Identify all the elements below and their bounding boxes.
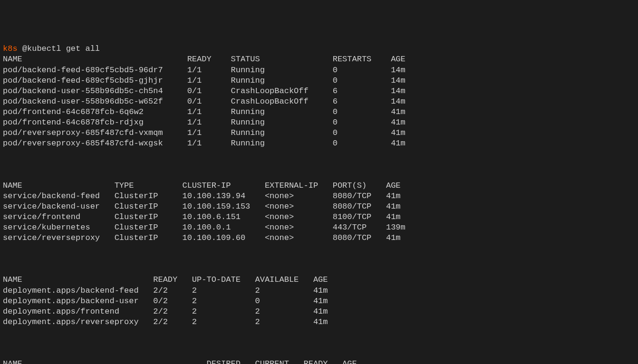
prompt-context: k8s [3, 44, 18, 53]
service-row: service/reverseproxy ClusterIP 10.100.10… [3, 233, 415, 242]
deployment-row: deployment.apps/backend-feed 2/2 2 2 41m [3, 286, 342, 295]
service-row: service/backend-user ClusterIP 10.100.15… [3, 202, 415, 211]
service-row: service/frontend ClusterIP 10.100.6.151 … [3, 212, 415, 221]
blank-line [3, 338, 635, 348]
table-header: NAME READY UP-TO-DATE AVAILABLE AGE [3, 275, 342, 284]
services-section: NAME TYPE CLUSTER-IP EXTERNAL-IP PORT(S)… [3, 181, 635, 244]
pod-row: pod/backend-user-558b96db5c-w652f 0/1 Cr… [3, 97, 420, 106]
pod-row: pod/backend-feed-689cf5cbd5-gjhjr 1/1 Ru… [3, 76, 420, 85]
deployment-row: deployment.apps/frontend 2/2 2 2 41m [3, 307, 342, 316]
pod-row: pod/backend-user-558b96db5c-ch5n4 0/1 Cr… [3, 86, 420, 96]
pods-section: NAME READY STATUS RESTARTS AGE pod/backe… [3, 54, 635, 149]
deployment-row: deployment.apps/backend-user 0/2 2 0 41m [3, 297, 342, 306]
pod-row: pod/frontend-64c6878fcb-6q6w2 1/1 Runnin… [3, 107, 420, 116]
deployment-row: deployment.apps/reverseproxy 2/2 2 2 41m [3, 317, 342, 326]
pod-row: pod/frontend-64c6878fcb-rdjxg 1/1 Runnin… [3, 118, 420, 127]
terminal-output[interactable]: k8s @kubectl get all NAME READY STATUS R… [3, 44, 635, 364]
pod-row: pod/reverseproxy-685f487cfd-vxmqm 1/1 Ru… [3, 128, 420, 137]
pod-row: pod/reverseproxy-685f487cfd-wxgsk 1/1 Ru… [3, 139, 420, 148]
command-text: kubectl get all [27, 44, 100, 53]
prompt-symbol: @ [22, 44, 27, 53]
replicasets-section: NAME DESIRED CURRENT READY AGE replicase… [3, 359, 635, 364]
blank-line [3, 254, 635, 264]
service-row: service/kubernetes ClusterIP 10.100.0.1 … [3, 223, 415, 232]
deployments-section: NAME READY UP-TO-DATE AVAILABLE AGE depl… [3, 275, 635, 327]
prompt-line: k8s @kubectl get all [3, 44, 100, 53]
blank-line [3, 159, 635, 170]
table-header: NAME DESIRED CURRENT READY AGE [3, 359, 371, 364]
table-header: NAME TYPE CLUSTER-IP EXTERNAL-IP PORT(S)… [3, 181, 415, 190]
service-row: service/backend-feed ClusterIP 10.100.13… [3, 192, 415, 201]
pod-row: pod/backend-feed-689cf5cbd5-96dr7 1/1 Ru… [3, 66, 420, 75]
table-header: NAME READY STATUS RESTARTS AGE [3, 55, 420, 64]
